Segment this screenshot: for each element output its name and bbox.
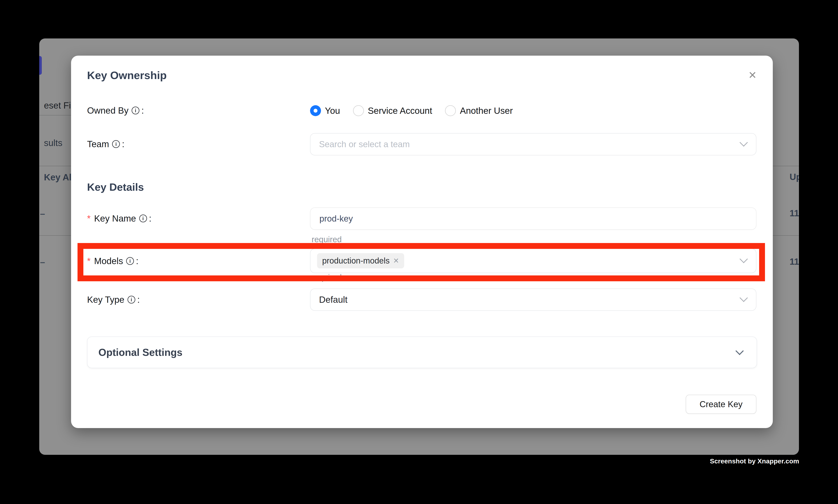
modal-title: Key Ownership	[87, 69, 167, 82]
reset-filters-button-fragment[interactable]: eset Filt	[44, 100, 73, 111]
key-name-help-text: required	[311, 235, 342, 244]
radio-label: You	[325, 105, 340, 116]
owned-by-label: Owned By i :	[87, 105, 144, 116]
radio-another-user[interactable]: Another User	[445, 105, 513, 116]
create-key-button[interactable]: Create Key	[686, 395, 756, 414]
optional-settings-panel[interactable]: Optional Settings	[87, 337, 757, 368]
required-asterisk: *	[87, 256, 91, 266]
owned-by-label-text: Owned By	[87, 105, 128, 116]
chevron-down-icon	[735, 347, 744, 355]
radio-label: Another User	[460, 105, 513, 116]
table-row-cell: –	[40, 257, 52, 267]
chevron-down-icon	[739, 138, 748, 147]
radio-selected-icon	[310, 105, 321, 116]
table-header-updated: Up	[789, 172, 799, 182]
radio-you[interactable]: You	[310, 105, 340, 116]
key-details-title: Key Details	[87, 181, 144, 193]
info-icon[interactable]: i	[131, 107, 139, 114]
create-key-modal: Key Ownership ✕ Owned By i : You Service…	[71, 56, 773, 428]
info-icon[interactable]: i	[112, 140, 120, 148]
team-select-placeholder: Search or select a team	[319, 139, 410, 149]
label-colon: :	[122, 139, 124, 149]
models-select[interactable]: production-models ✕	[310, 249, 756, 273]
required-asterisk: *	[87, 213, 91, 224]
key-name-label: * Key Name i :	[87, 213, 151, 224]
radio-unselected-icon	[353, 105, 364, 116]
label-colon: :	[136, 256, 139, 266]
table-row-cell: 11/	[789, 256, 799, 267]
key-name-input[interactable]: prod-key	[310, 208, 756, 230]
team-select[interactable]: Search or select a team	[310, 133, 756, 155]
info-icon[interactable]: i	[127, 296, 135, 304]
results-count-fragment: sults	[44, 138, 73, 148]
radio-unselected-icon	[445, 105, 456, 116]
table-row-cell: 11/	[789, 208, 799, 218]
radio-label: Service Account	[368, 105, 432, 116]
info-icon[interactable]: i	[139, 215, 147, 222]
key-type-label-text: Key Type	[87, 294, 124, 305]
info-icon[interactable]: i	[126, 257, 134, 265]
table-row-cell: –	[40, 208, 52, 219]
chevron-down-icon	[739, 294, 748, 302]
team-label-text: Team	[87, 139, 109, 149]
close-icon: ✕	[748, 70, 757, 80]
label-colon: :	[137, 294, 140, 305]
key-name-value: prod-key	[319, 214, 353, 223]
watermark-text: Screenshot by Xnapper.com	[710, 457, 799, 465]
owned-by-radio-group: You Service Account Another User	[310, 100, 513, 122]
background-blue-button-fragment	[39, 56, 42, 75]
label-colon: :	[141, 105, 144, 116]
optional-settings-title: Optional Settings	[99, 346, 182, 358]
label-colon: :	[149, 213, 151, 224]
key-type-select[interactable]: Default	[310, 288, 756, 311]
remove-tag-icon[interactable]: ✕	[393, 257, 399, 264]
chevron-down-icon	[739, 255, 748, 263]
key-name-label-text: Key Name	[94, 213, 136, 224]
key-type-value: Default	[319, 294, 347, 305]
models-tag: production-models ✕	[317, 253, 404, 268]
key-type-label: Key Type i :	[87, 294, 140, 305]
models-tag-text: production-models	[322, 256, 390, 266]
close-button[interactable]: ✕	[746, 69, 759, 82]
models-help-text: required	[311, 273, 342, 282]
screenshot-canvas: eset Filt sults Key Alia Up – 11/ – 11/ …	[0, 0, 838, 504]
table-header-key-alias: Key Alia	[44, 172, 73, 182]
models-label: * Models i :	[87, 256, 139, 266]
team-label: Team i :	[87, 139, 124, 149]
radio-service-account[interactable]: Service Account	[353, 105, 432, 116]
models-label-text: Models	[94, 256, 123, 266]
